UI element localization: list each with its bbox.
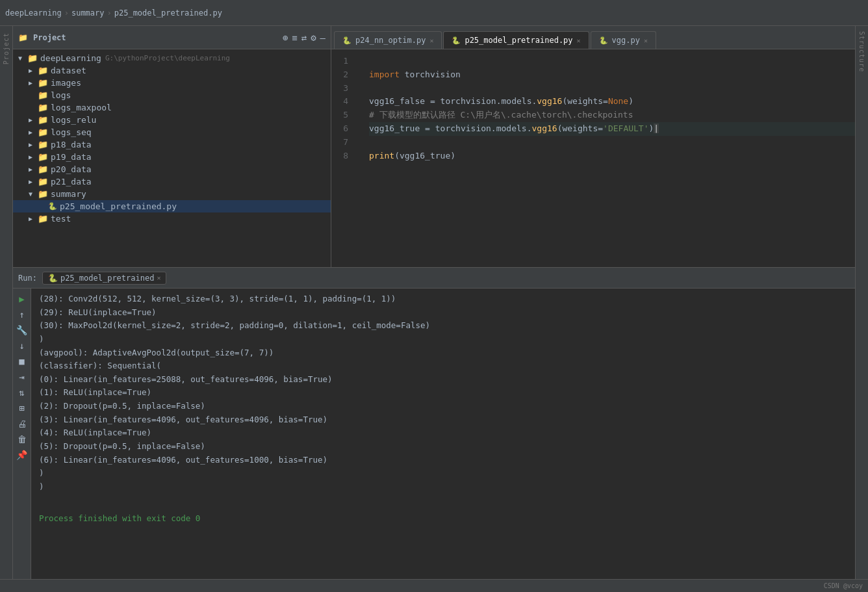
tab-close-icon[interactable]: ✕: [577, 37, 581, 44]
line-number-2: 2: [331, 68, 353, 82]
tree-item-p18_data[interactable]: ▶📁p18_data: [13, 138, 331, 151]
bottom-bar: CSDN @vcoy: [0, 579, 868, 592]
tree-item-images[interactable]: ▶📁images: [13, 77, 331, 89]
breadcrumb-file: p25_model_pretrained.py: [114, 8, 222, 18]
tree-label: p21_data: [51, 177, 92, 187]
tab-label: p24_nn_optim.py: [355, 36, 426, 45]
tree-item-summary[interactable]: ▼📁summary: [13, 188, 331, 200]
line-number-6: 6: [331, 122, 353, 136]
line-number-8: 8: [331, 149, 353, 163]
run-content: ▶ ↑ 🔧 ↓ ■ ⇥ ⇅ ⊞ 🖨 🗑 📌 (28): Conv2d(512, …: [13, 289, 855, 579]
tree-item-p20_data[interactable]: ▶📁p20_data: [13, 163, 331, 175]
tree-arrow: ▶: [29, 178, 38, 185]
run-tab-label: p25_model_pretrained: [60, 274, 155, 283]
tree-item-p19_data[interactable]: ▶📁p19_data: [13, 151, 331, 163]
run-tab-close[interactable]: ✕: [157, 274, 160, 281]
tree-item-deeplearning-root[interactable]: ▼📁deepLearningG:\pythonProject\deepLearn…: [13, 52, 331, 64]
minimize-icon[interactable]: —: [320, 32, 326, 43]
tree-item-logs_relu[interactable]: ▶📁logs_relu: [13, 114, 331, 126]
run-panel: Run: 🐍 p25_model_pretrained ✕ ▶ ↑ 🔧 ↓ ■ …: [13, 267, 855, 579]
code-lines[interactable]: import torchvision vgg16_false = torchvi…: [359, 49, 855, 267]
folder-icon: 📁: [38, 115, 48, 125]
tree-label: images: [51, 78, 81, 88]
output-line-14: ): [39, 480, 847, 494]
folder-icon: 📁: [38, 152, 48, 162]
editor-tab-tab-p25[interactable]: 🐍p25_model_pretrained.py✕: [443, 31, 589, 49]
breadcrumb: deepLearning › summary › p25_model_pretr…: [5, 8, 863, 18]
wrap-icon[interactable]: ⇥: [19, 372, 24, 382]
run-tab[interactable]: 🐍 p25_model_pretrained ✕: [42, 272, 167, 285]
editor-tabs: 🐍p24_nn_optim.py✕🐍p25_model_pretrained.p…: [331, 26, 855, 49]
pin-icon[interactable]: 📌: [16, 450, 27, 460]
print-icon[interactable]: 🖨: [18, 418, 27, 429]
output-line-6: (0): Linear(in_features=25088, out_featu…: [39, 373, 847, 387]
tree-item-p25_model_pretrained[interactable]: 🐍p25_model_pretrained.py: [13, 200, 331, 212]
stop-icon[interactable]: ■: [19, 356, 24, 367]
scroll-up-icon[interactable]: ↑: [19, 309, 24, 320]
run-output: (28): Conv2d(512, 512, kernel_size=(3, 3…: [31, 289, 855, 579]
swap-icon[interactable]: ⇄: [301, 32, 307, 43]
line-numbers: 12345678: [331, 49, 359, 267]
scroll-down-icon[interactable]: ↓: [19, 341, 24, 351]
settings-icon[interactable]: ⚙: [311, 32, 316, 43]
code-line-1: [369, 55, 855, 68]
right-structure-panel: Structure: [855, 26, 868, 579]
tree-item-p21_data[interactable]: ▶📁p21_data: [13, 175, 331, 188]
top-section: 📁 Project ⊕ ≡ ⇄ ⚙ — ▼📁deepLearningG:\pyt…: [13, 26, 855, 579]
tree-label: logs_seq: [51, 127, 92, 137]
tree-arrow: ▶: [29, 79, 38, 86]
tree-item-test[interactable]: ▶📁test: [13, 212, 331, 225]
tab-close-icon[interactable]: ✕: [644, 37, 648, 44]
line-number-1: 1: [331, 55, 353, 68]
project-rail-label: Project: [3, 32, 10, 64]
grid-icon[interactable]: ⊞: [19, 403, 24, 413]
tab-close-icon[interactable]: ✕: [429, 37, 433, 44]
folder-icon: 📁: [38, 140, 48, 149]
code-line-7: [369, 136, 855, 149]
tree-label: p20_data: [51, 164, 92, 174]
project-panel-title: Project: [33, 33, 66, 42]
code-line-5: # 下载模型的默认路径 C:\用户名\.cache\torch\.checkpo…: [369, 109, 855, 122]
output-line-10: (4): ReLU(inplace=True): [39, 426, 847, 440]
tab-py-icon: 🐍: [452, 36, 461, 45]
breadcrumb-sep1: ›: [64, 8, 69, 18]
tree-arrow: ▼: [29, 190, 38, 198]
tree-item-logs_seq[interactable]: ▶📁logs_seq: [13, 126, 331, 138]
run-play-icon[interactable]: ▶: [19, 294, 24, 304]
tab-py-icon: 🐍: [599, 36, 608, 45]
output-line-8: (2): Dropout(p=0.5, inplace=False): [39, 400, 847, 413]
project-panel: 📁 Project ⊕ ≡ ⇄ ⚙ — ▼📁deepLearningG:\pyt…: [13, 26, 331, 267]
folder-icon: 📁: [38, 189, 48, 199]
editor-tab-tab-vgg[interactable]: 🐍vgg.py✕: [591, 31, 656, 49]
tree-label: logs_maxpool: [51, 103, 112, 112]
tree-item-logs_maxpool[interactable]: 📁logs_maxpool: [13, 101, 331, 114]
tree-arrow: ▶: [29, 166, 38, 173]
editor-tab-tab-p24[interactable]: 🐍p24_nn_optim.py✕: [334, 31, 442, 49]
output-line-13: ): [39, 467, 847, 480]
code-line-3: [369, 82, 855, 96]
output-line-0: (28): Conv2d(512, 512, kernel_size=(3, 3…: [39, 292, 847, 306]
output-line-9: (3): Linear(in_features=4096, out_featur…: [39, 413, 847, 427]
tree-item-dataset[interactable]: ▶📁dataset: [13, 64, 331, 77]
delete-icon[interactable]: 🗑: [18, 434, 27, 444]
menu-icon[interactable]: ≡: [292, 32, 297, 43]
code-line-8: print(vgg16_true): [369, 149, 855, 163]
code-content: 12345678 import torchvision vgg16_false …: [331, 49, 855, 267]
folder-icon: 📁: [38, 127, 48, 137]
tree-label: p18_data: [51, 140, 92, 149]
wrench-icon[interactable]: 🔧: [16, 325, 27, 335]
left-rail: Project: [0, 26, 13, 579]
tab-label: vgg.py: [612, 36, 640, 45]
output-line-3: ): [39, 333, 847, 346]
run-sidebar: ▶ ↑ 🔧 ↓ ■ ⇥ ⇅ ⊞ 🖨 🗑 📌: [13, 289, 31, 579]
tree-label: test: [51, 214, 71, 224]
folder-icon: 📁: [38, 66, 48, 75]
project-header: 📁 Project ⊕ ≡ ⇄ ⚙ —: [13, 26, 331, 49]
folder-icon: 📁: [27, 53, 38, 63]
code-line-6: vgg16_true = torchvision.models.vgg16(we…: [369, 122, 855, 136]
tree-item-logs[interactable]: 📁logs: [13, 89, 331, 101]
tree-label: p25_model_pretrained.py: [60, 201, 177, 211]
watermark: CSDN @vcoy: [824, 582, 863, 589]
sort-icon[interactable]: ⇅: [19, 387, 24, 398]
globe-icon[interactable]: ⊕: [283, 32, 288, 43]
